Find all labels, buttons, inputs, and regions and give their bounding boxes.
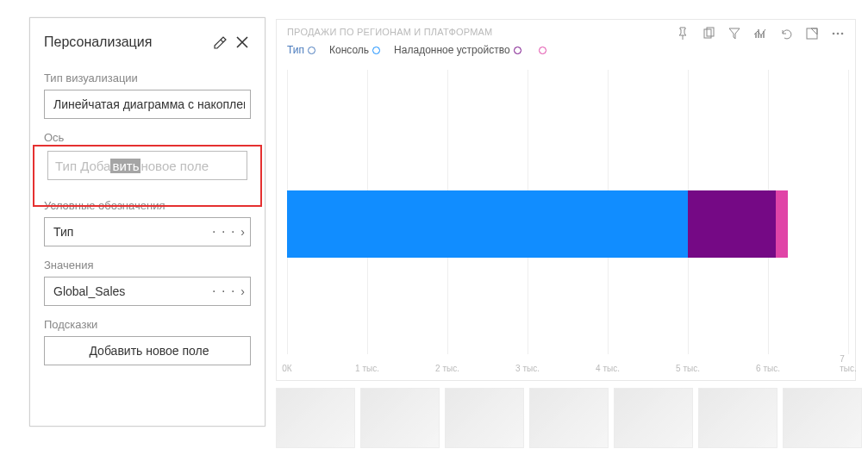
bar-segment[interactable] bbox=[287, 190, 688, 258]
more-icon[interactable]: · · · bbox=[212, 284, 235, 299]
thumb-item bbox=[360, 388, 440, 448]
circle-icon bbox=[308, 47, 315, 54]
x-tick-label: 4 тыс. bbox=[596, 364, 620, 373]
undo-icon[interactable] bbox=[777, 25, 795, 42]
viz-type-field[interactable]: Линейчатая диаграмма с накоплением bbox=[44, 90, 251, 119]
background-thumbnails bbox=[276, 388, 862, 448]
bar-segment[interactable] bbox=[688, 190, 776, 258]
circle-icon bbox=[514, 47, 521, 54]
panel-title: Персонализация bbox=[44, 34, 206, 50]
svg-point-4 bbox=[837, 33, 840, 35]
pin-icon[interactable] bbox=[674, 25, 691, 42]
x-tick-label: 2 тыс. bbox=[435, 364, 459, 373]
add-field-label: Добавить новое поле bbox=[89, 344, 209, 358]
hints-label: Подсказки bbox=[44, 318, 251, 331]
viz-type-value: Линейчатая диаграмма с накоплением bbox=[53, 97, 245, 111]
values-section: Значения Global_Sales · · · › bbox=[30, 252, 265, 311]
legend-axis-title[interactable]: Тип bbox=[287, 44, 315, 56]
circle-icon bbox=[372, 47, 380, 54]
spotlight-icon[interactable] bbox=[752, 25, 769, 42]
copy-icon[interactable] bbox=[700, 25, 717, 42]
viz-type-section: Тип визуализации Линейчатая диаграмма с … bbox=[30, 65, 265, 124]
values-value: Global_Sales bbox=[53, 284, 212, 298]
axis-value-highlight: вить bbox=[110, 159, 141, 173]
svg-point-5 bbox=[841, 33, 844, 35]
values-label: Значения bbox=[44, 259, 251, 271]
axis-field[interactable]: Тип Добавить новое поле bbox=[47, 151, 247, 180]
x-tick-label: 5 тыс. bbox=[676, 364, 700, 373]
x-tick-label: 6 тыс. bbox=[756, 364, 780, 373]
legend-value: Тип bbox=[53, 225, 212, 239]
legend-item-2[interactable]: Наладонное устройство bbox=[394, 44, 521, 56]
x-tick-label: 1 тыс. bbox=[355, 364, 379, 373]
chart-visual[interactable]: ПРОДАЖИ ПО РЕГИОНАМ И ПЛАТФОРМАМ Тип Кон… bbox=[276, 19, 856, 381]
viz-type-label: Тип визуализации bbox=[44, 72, 251, 84]
x-tick-label: 7 тыс. bbox=[840, 354, 857, 373]
panel-header: Персонализация bbox=[30, 34, 265, 65]
svg-point-3 bbox=[833, 33, 835, 35]
axis-label: Ось bbox=[44, 131, 251, 144]
legend-item-1[interactable]: Консоль bbox=[329, 44, 380, 56]
thumb-item bbox=[614, 388, 693, 448]
legend-section: Условные обозначения Тип · · · › bbox=[30, 192, 265, 252]
chevron-right-icon[interactable]: › bbox=[240, 284, 245, 298]
thumb-item bbox=[698, 388, 777, 448]
x-tick-label: 3 тыс. bbox=[515, 364, 540, 373]
svg-rect-2 bbox=[807, 28, 817, 39]
values-field[interactable]: Global_Sales · · · › bbox=[44, 277, 251, 306]
stacked-bar[interactable] bbox=[287, 190, 848, 258]
chevron-right-icon[interactable]: › bbox=[240, 225, 245, 239]
legend-item-3[interactable] bbox=[535, 47, 546, 54]
more-icon[interactable]: · · · bbox=[212, 224, 235, 240]
focus-icon[interactable] bbox=[803, 25, 821, 42]
thumb-item bbox=[276, 388, 355, 448]
bar-segment[interactable] bbox=[776, 190, 788, 258]
personalize-panel: Персонализация Тип визуализации Линейчат… bbox=[29, 17, 265, 427]
chart-toolbar bbox=[674, 25, 846, 42]
x-tick-label: 0К bbox=[282, 364, 291, 373]
thumb-item bbox=[783, 388, 862, 448]
circle-icon bbox=[539, 47, 546, 54]
hints-section: Подсказки Добавить новое поле bbox=[30, 311, 265, 371]
axis-section: Ось bbox=[30, 124, 265, 151]
filter-icon[interactable] bbox=[726, 25, 743, 42]
thumb-item bbox=[529, 388, 609, 448]
add-field-button[interactable]: Добавить новое поле bbox=[44, 336, 251, 365]
axis-value-prefix: Тип Доба bbox=[55, 159, 110, 173]
close-icon[interactable] bbox=[234, 34, 251, 51]
thumb-item bbox=[445, 388, 524, 448]
axis-value-suffix: новое поле bbox=[141, 159, 209, 173]
plot-area bbox=[287, 70, 848, 354]
erase-icon[interactable] bbox=[211, 34, 228, 51]
more-options-icon[interactable] bbox=[829, 25, 846, 42]
gridline bbox=[848, 70, 849, 354]
legend-field[interactable]: Тип · · · › bbox=[44, 217, 251, 246]
legend-label: Условные обозначения bbox=[44, 199, 251, 212]
